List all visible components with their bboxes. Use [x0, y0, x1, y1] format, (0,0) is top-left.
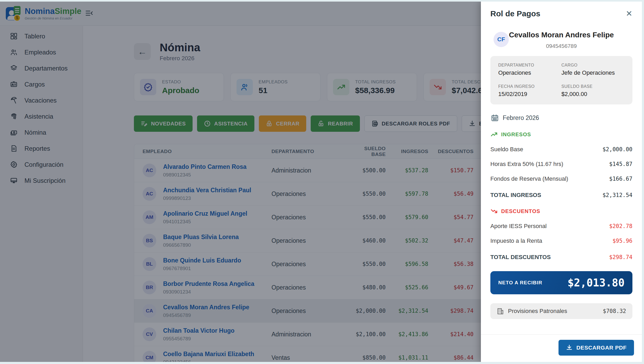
descargar-pdf-button[interactable]: DESCARGAR PDF	[559, 340, 634, 356]
app-window: $ NominaSimple Gestión de Nómina en Ecua…	[0, 2, 642, 362]
period-label: Febrero 2026	[503, 114, 539, 122]
panel-footer: DESCARGAR PDF	[481, 334, 642, 362]
descuentos-section-header: DESCUENTOS	[490, 208, 632, 215]
avatar: CF	[494, 32, 509, 47]
sueldo-base-value: $2,000.00	[561, 91, 625, 98]
trending-down-icon	[490, 208, 498, 215]
total-descuentos-row: TOTAL DESCUENTOS$298.74	[490, 254, 632, 261]
modal-backdrop[interactable]	[0, 2, 481, 362]
descuento-item: Impuesto a la Renta$95.96	[490, 237, 632, 244]
ingreso-item: Sueldo Base$2,000.00	[490, 146, 632, 153]
employee-info-box: DEPARTAMENTOOperaciones CARGOJefe de Ope…	[490, 56, 632, 104]
download-icon	[566, 344, 573, 351]
ingreso-item: Fondos de Reserva (Mensual)$166.67	[490, 175, 632, 182]
employee-name: Cevallos Moran Andres Felipe	[490, 31, 632, 39]
trending-up-icon	[490, 131, 498, 138]
period-row: Febrero 2026	[491, 114, 632, 122]
employee-id: 0945456789	[490, 43, 632, 49]
provisiones-patronales-box: Provisiones Patronales $708.32	[490, 303, 632, 319]
total-ingresos-row: TOTAL INGRESOS$2,312.54	[490, 192, 632, 199]
calendar-icon	[491, 114, 499, 122]
building-icon	[497, 308, 504, 315]
fecha-ingreso-value: 15/02/2019	[498, 91, 561, 98]
ingresos-section-header: INGRESOS	[490, 131, 632, 138]
cargo-value: Jefe de Operaciones	[561, 69, 625, 76]
departamento-value: Operaciones	[498, 69, 561, 76]
neto-a-recibir-box: NETO A RECIBIR $2,013.80	[490, 271, 632, 294]
ingreso-item: Horas Extra 50% (11.67 hrs)$145.87	[490, 161, 632, 168]
descuento-item: Aporte IESS Personal$202.78	[490, 223, 632, 230]
close-icon[interactable]: ✕	[626, 9, 632, 18]
rol-de-pagos-panel: Rol de Pagos ✕ CF Cevallos Moran Andres …	[481, 2, 642, 362]
employee-summary: CF Cevallos Moran Andres Felipe 09454567…	[490, 25, 632, 56]
panel-body: CF Cevallos Moran Andres Felipe 09454567…	[481, 23, 642, 334]
panel-title: Rol de Pagos	[490, 9, 540, 18]
